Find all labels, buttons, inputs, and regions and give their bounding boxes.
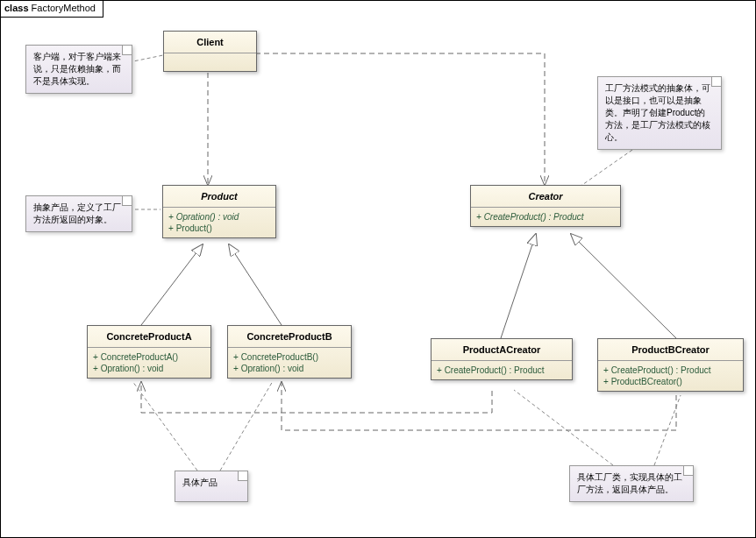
note-product: 抽象产品，定义了工厂方法所返回的对象。: [25, 195, 132, 232]
class-ops: [164, 53, 256, 71]
op: + Opration() : void: [168, 211, 270, 223]
class-ops: + CreateProduct() : Product + ProductBCr…: [598, 361, 743, 391]
diagram-frame: class FactoryMethod ConcreteProductA (da…: [0, 0, 756, 538]
op: + Opration() : void: [233, 363, 346, 374]
op: + ConcreteProductA(): [93, 351, 205, 363]
class-title: Creator: [471, 186, 620, 208]
frame-prefix: class: [4, 3, 29, 13]
class-client: Client: [163, 31, 257, 72]
class-product-b-creator: ProductBCreator + CreateProduct() : Prod…: [597, 338, 744, 392]
class-title: ProductBCreator: [598, 339, 743, 361]
class-title: ConcreteProductB: [228, 326, 351, 348]
class-title: ProductACreator: [431, 339, 572, 361]
op: + CreateProduct() : Product: [437, 365, 567, 376]
op: + ConcreteProductB(): [233, 351, 346, 363]
class-ops: + CreateProduct() : Product: [431, 361, 572, 379]
class-title: ConcreteProductA: [88, 326, 210, 348]
class-title: Product: [163, 186, 275, 208]
op: + ProductBCreator(): [603, 376, 738, 387]
class-product-a-creator: ProductACreator + CreateProduct() : Prod…: [431, 338, 573, 380]
class-ops: + ConcreteProductA() + Opration() : void: [88, 348, 210, 378]
class-ops: + Opration() : void + Product(): [163, 208, 275, 237]
op: + Product(): [168, 223, 270, 234]
class-ops: + CreateProduct() : Product: [471, 208, 620, 226]
op: + CreateProduct() : Product: [476, 211, 615, 223]
frame-name: FactoryMethod: [32, 3, 96, 13]
class-ops: + ConcreteProductB() + Opration() : void: [228, 348, 351, 378]
frame-title: class FactoryMethod: [1, 1, 103, 18]
class-creator: Creator + CreateProduct() : Product: [470, 185, 621, 227]
class-product: Product + Opration() : void + Product(): [162, 185, 276, 238]
note-concrete-creator: 具体工厂类，实现具体的工厂方法，返回具体产品。: [569, 465, 694, 502]
op: + CreateProduct() : Product: [603, 365, 738, 376]
note-concrete-product: 具体产品: [175, 471, 248, 502]
note-creator: 工厂方法模式的抽象体，可以是接口，也可以是抽象类。声明了创建Product的方法…: [597, 76, 722, 150]
class-concrete-product-a: ConcreteProductA + ConcreteProductA() + …: [87, 325, 211, 379]
class-title: Client: [164, 32, 256, 53]
class-concrete-product-b: ConcreteProductB + ConcreteProductB() + …: [227, 325, 352, 379]
op: + Opration() : void: [93, 363, 205, 374]
note-client: 客户端，对于客户端来说，只是依赖抽象，而不是具体实现。: [25, 45, 132, 94]
